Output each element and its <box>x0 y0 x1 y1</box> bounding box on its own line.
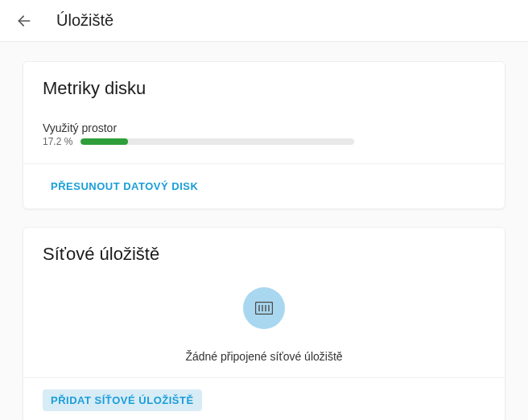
page-content: Metriky disku Využitý prostor 17.2 % Pře… <box>0 42 528 420</box>
add-network-storage-button[interactable]: Přidat síťové úložiště <box>43 389 202 411</box>
used-space-progress <box>80 138 354 145</box>
disk-metrics-card: Metriky disku Využitý prostor 17.2 % Pře… <box>23 61 505 209</box>
network-storage-body: Síťové úložiště Žádné připojené síťové ú… <box>23 228 505 377</box>
used-space-progress-fill <box>80 138 127 145</box>
used-space-percent: 17.2 % <box>43 136 72 147</box>
used-space-label: Využitý prostor <box>43 121 485 134</box>
move-data-disk-button[interactable]: Přesunout datový disk <box>43 175 206 197</box>
network-storage-icon-circle <box>243 287 285 329</box>
network-storage-empty: Žádné připojené síťové úložiště <box>43 276 485 371</box>
back-button[interactable] <box>13 10 35 32</box>
disk-metrics-title: Metriky disku <box>43 78 485 99</box>
arrow-left-icon <box>16 13 32 29</box>
network-storage-empty-text: Žádné připojené síťové úložiště <box>185 350 342 363</box>
network-storage-card: Síťové úložiště Žádné připojené síťové ú… <box>23 227 505 420</box>
page-title: Úložiště <box>56 11 113 30</box>
disk-metrics-body: Metriky disku Využitý prostor 17.2 % <box>23 62 505 163</box>
page-header: Úložiště <box>0 0 528 42</box>
network-storage-title: Síťové úložiště <box>43 244 485 265</box>
nas-icon <box>255 302 273 315</box>
disk-metrics-actions: Přesunout datový disk <box>23 163 505 208</box>
used-space-row: 17.2 % <box>43 136 485 147</box>
network-storage-actions: Přidat síťové úložiště <box>23 377 505 420</box>
svg-rect-1 <box>256 303 273 315</box>
